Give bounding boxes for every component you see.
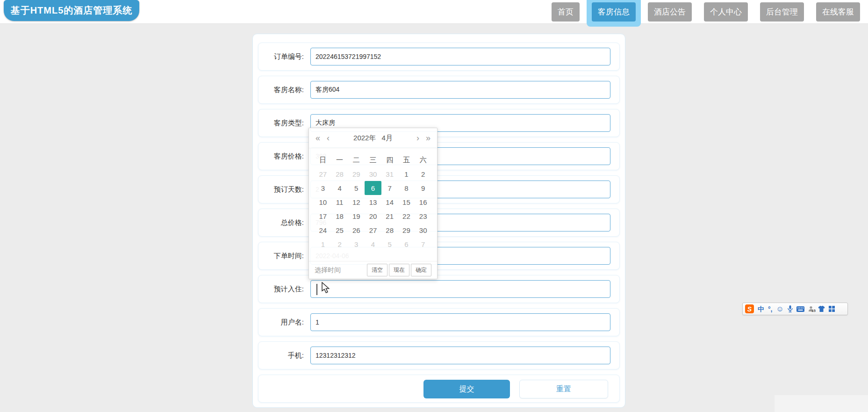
username-input[interactable] [310, 313, 610, 331]
room-name-input[interactable] [310, 81, 610, 99]
weekday-label: 六 [415, 153, 431, 167]
weekday-label: 三 [365, 153, 381, 167]
date-picker-popup: « ‹ 2022年 4月 › » 日一二三四五六2728293031123456… [308, 128, 438, 279]
calendar-day[interactable]: 25 [331, 223, 348, 237]
microphone-icon[interactable] [788, 305, 793, 312]
nav-personal-center[interactable]: 个人中心 [704, 2, 748, 22]
select-time-link[interactable]: 选择时间 [315, 266, 341, 275]
calendar-day[interactable]: 14 [381, 195, 398, 209]
calendar-day[interactable]: 1 [398, 167, 415, 181]
prev-month-icon[interactable]: ‹ [327, 134, 330, 142]
form-actions-row: 提交 重置 [258, 375, 620, 403]
toolbox-grid-icon[interactable] [829, 306, 835, 312]
clear-button[interactable]: 清空 [367, 264, 387, 276]
user-count-icon[interactable]: 15 [808, 306, 814, 312]
calendar-day[interactable]: 7 [381, 181, 398, 195]
submit-button[interactable]: 提交 [423, 380, 510, 398]
nav-room-info[interactable]: 客房信息 [592, 2, 636, 22]
form-row-username: 用户名: [258, 308, 620, 336]
calendar-day[interactable]: 21 [381, 209, 398, 223]
username-label: 用户名: [258, 318, 304, 327]
calendar-day[interactable]: 2 [415, 167, 431, 181]
nav-online-service[interactable]: 在线客服 [816, 2, 860, 22]
form-row-room-name: 客房名称: [258, 76, 620, 104]
text-caret [316, 284, 317, 295]
calendar-day[interactable]: 27 [315, 167, 331, 181]
calendar-year-label[interactable]: 2022年 [353, 134, 376, 142]
checkin-time-input[interactable] [310, 280, 610, 298]
now-button[interactable]: 现在 [389, 264, 409, 276]
calendar-day[interactable]: 12 [348, 195, 365, 209]
phone-input[interactable] [310, 347, 610, 364]
calendar-day[interactable]: 24 [315, 223, 331, 237]
chinese-mode-icon[interactable]: 中 [758, 306, 764, 312]
calendar-day[interactable]: 29 [398, 223, 415, 237]
calendar-day[interactable]: 20 [365, 209, 381, 223]
weekday-label: 二 [348, 153, 365, 167]
total-price-label: 总价格: [258, 218, 304, 227]
calendar-grid: 日一二三四五六272829303112345678910111213141516… [309, 148, 437, 251]
booking-days-label: 预订天数: [258, 185, 304, 194]
weekday-label: 一 [331, 153, 348, 167]
next-year-icon[interactable]: » [426, 134, 430, 142]
calendar-day[interactable]: 4 [365, 237, 381, 251]
punctuation-icon[interactable]: °, [768, 306, 773, 312]
skin-shirt-icon[interactable] [818, 306, 825, 312]
room-price-label: 客房价格: [258, 152, 304, 161]
calendar-day[interactable]: 18 [331, 209, 348, 223]
nav-home[interactable]: 首页 [552, 2, 580, 22]
calendar-day[interactable]: 8 [398, 181, 415, 195]
calendar-day[interactable]: 26 [348, 223, 365, 237]
user-count-badge: 15 [811, 309, 816, 313]
next-month-icon[interactable]: › [416, 134, 419, 142]
calendar-day[interactable]: 29 [348, 167, 365, 181]
calendar-day[interactable]: 5 [348, 181, 365, 195]
reset-button[interactable]: 重置 [519, 380, 608, 398]
calendar-day[interactable]: 3 [315, 181, 331, 195]
site-title-badge: 基于HTML5的酒店管理系统 [4, 0, 139, 21]
calendar-day[interactable]: 28 [331, 167, 348, 181]
confirm-button[interactable]: 确定 [411, 264, 431, 276]
date-picker-header: « ‹ 2022年 4月 › » [309, 128, 437, 148]
calendar-day[interactable]: 31 [381, 167, 398, 181]
calendar-day[interactable]: 9 [415, 181, 431, 195]
calendar-day[interactable]: 2 [331, 237, 348, 251]
calendar-day[interactable]: 28 [381, 223, 398, 237]
order-number-input[interactable] [310, 48, 610, 65]
calendar-day[interactable]: 10 [315, 195, 331, 209]
nav-backend-admin[interactable]: 后台管理 [760, 2, 804, 22]
calendar-month-label[interactable]: 4月 [382, 134, 393, 142]
calendar-day[interactable]: 30 [415, 223, 431, 237]
order-time-label: 下单时间: [258, 252, 304, 260]
calendar-day[interactable]: 16 [415, 195, 431, 209]
calendar-day[interactable]: 19 [348, 209, 365, 223]
emoji-icon[interactable]: ☺ [776, 305, 784, 313]
calendar-day[interactable]: 4 [331, 181, 348, 195]
calendar-day[interactable]: 23 [415, 209, 431, 223]
form-row-order-number: 订单编号: [258, 43, 620, 71]
weekday-label: 四 [381, 153, 398, 167]
calendar-day[interactable]: 27 [365, 223, 381, 237]
calendar-day[interactable]: 3 [348, 237, 365, 251]
nav-hotel-notice[interactable]: 酒店公告 [648, 2, 692, 22]
calendar-day-selected[interactable]: 6 [365, 181, 381, 195]
calendar-day[interactable]: 7 [415, 237, 431, 251]
calendar-day[interactable]: 17 [315, 209, 331, 223]
calendar-day[interactable]: 13 [365, 195, 381, 209]
room-name-label: 客房名称: [258, 86, 304, 94]
calendar-day[interactable]: 5 [381, 237, 398, 251]
calendar-day[interactable]: 6 [398, 237, 415, 251]
weekday-label: 五 [398, 153, 415, 167]
keyboard-icon[interactable] [796, 306, 804, 312]
calendar-day[interactable]: 22 [398, 209, 415, 223]
calendar-day[interactable]: 15 [398, 195, 415, 209]
calendar-day[interactable]: 30 [365, 167, 381, 181]
calendar-day[interactable]: 1 [315, 237, 331, 251]
prev-year-icon[interactable]: « [316, 134, 320, 142]
main-nav: 首页 客房信息 酒店公告 个人中心 后台管理 在线客服 [545, 0, 866, 27]
watermark-area [775, 395, 868, 412]
calendar-day[interactable]: 11 [331, 195, 348, 209]
sogou-logo-icon[interactable]: S [745, 304, 754, 313]
ime-toolbar: S 中 °, ☺ 15 [742, 303, 848, 315]
calendar-title: 2022年 4月 [336, 134, 410, 143]
